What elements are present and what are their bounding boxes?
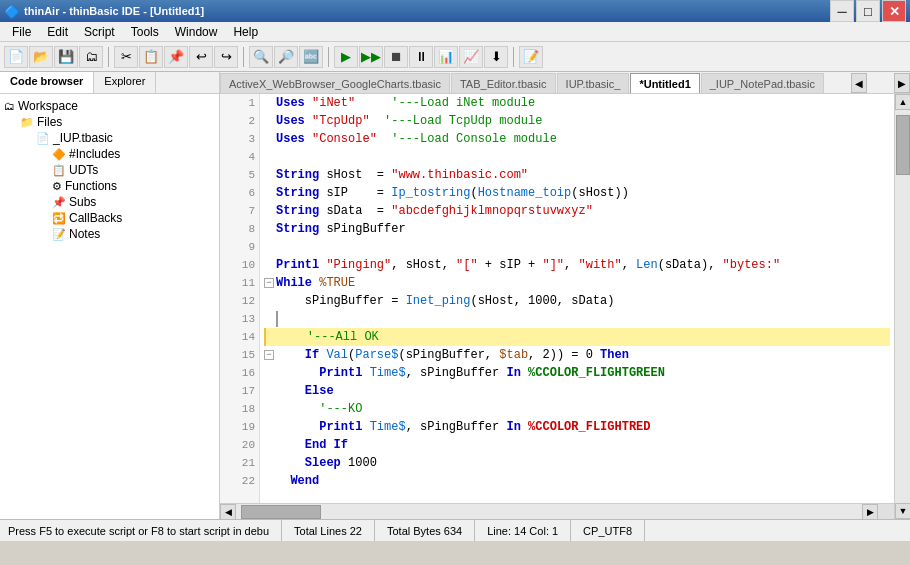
vscroll-up-button[interactable]: ▲ [895, 94, 910, 110]
linenum-14: 14 [220, 328, 259, 346]
tab-explorer[interactable]: Explorer [94, 72, 156, 93]
tab-tabeditor[interactable]: TAB_Editor.tbasic [451, 73, 556, 93]
replace-button[interactable]: 🔤 [299, 46, 323, 68]
cut-button[interactable]: ✂ [114, 46, 138, 68]
linenum-19: 19 [220, 418, 259, 436]
status-total-bytes: Total Bytes 634 [375, 520, 475, 541]
tree-subs[interactable]: 📌 Subs [4, 194, 215, 210]
tree-notes[interactable]: 📝 Notes [4, 226, 215, 242]
vscroll-track[interactable] [895, 110, 910, 503]
menu-tools[interactable]: Tools [123, 23, 167, 41]
tab-scroll-right[interactable]: ▶ [894, 73, 910, 93]
linenum-9: 9 [220, 238, 259, 256]
tree-callbacks[interactable]: 🔁 CallBacks [4, 210, 215, 226]
linenum-13: 13 [220, 310, 259, 328]
code-line-7: String sData = "abcdefghijklmnopqrstuvwx… [264, 202, 890, 220]
linenum-11: 11 [220, 274, 259, 292]
tab-iupnotepad[interactable]: _IUP_NotePad.tbasic [701, 73, 824, 93]
workspace-icon: 🗂 [4, 100, 15, 112]
pause-button[interactable]: ⏸ [409, 46, 433, 68]
separator-4 [513, 47, 514, 67]
linenum-4: 4 [220, 148, 259, 166]
saveall-button[interactable]: 🗂 [79, 46, 103, 68]
find-button[interactable]: 🔍 [249, 46, 273, 68]
callbacks-icon: 🔁 [52, 212, 66, 225]
files-icon: 📁 [20, 116, 34, 129]
tree-workspace[interactable]: 🗂 Workspace [4, 98, 215, 114]
toolbar: 📄 📂 💾 🗂 ✂ 📋 📌 ↩ ↪ 🔍 🔎 🔤 ▶ ▶▶ ⏹ ⏸ 📊 📈 ⬇ 📝 [0, 42, 910, 72]
tabs-bar: ActiveX_WebBrowser_GoogleCharts.tbasic T… [220, 72, 910, 94]
minimize-button[interactable]: ─ [830, 0, 854, 22]
undo-button[interactable]: ↩ [189, 46, 213, 68]
debug-button[interactable]: ▶▶ [359, 46, 383, 68]
vscroll-down-button[interactable]: ▼ [895, 503, 910, 519]
menu-script[interactable]: Script [76, 23, 123, 41]
code-content[interactable]: Uses "iNet" '---Load iNet module Uses "T… [260, 94, 894, 503]
status-total-lines: Total Lines 22 [282, 520, 375, 541]
copy-button[interactable]: 📋 [139, 46, 163, 68]
linenum-16: 16 [220, 364, 259, 382]
menu-help[interactable]: Help [225, 23, 266, 41]
linenum-18: 18 [220, 400, 259, 418]
save-button[interactable]: 💾 [54, 46, 78, 68]
title-bar: 🔷 thinAir - thinBasic IDE - [Untitled1] … [0, 0, 910, 22]
check2-button[interactable]: 📈 [459, 46, 483, 68]
code-line-4 [264, 148, 890, 166]
includes-label: #Includes [69, 147, 120, 161]
hscroll-right-button[interactable]: ▶ [862, 504, 878, 520]
tree-udts[interactable]: 📋 UDTs [4, 162, 215, 178]
open-button[interactable]: 📂 [29, 46, 53, 68]
vertical-scrollbar: ▲ ▼ [894, 94, 910, 519]
functions-label: Functions [65, 179, 117, 193]
status-position: Line: 14 Col: 1 [475, 520, 571, 541]
iup-label: _IUP.tbasic [53, 131, 113, 145]
code-line-22: Wend [264, 472, 890, 490]
hscroll-track[interactable] [236, 504, 862, 520]
tab-scroll-left[interactable]: ◀ [851, 73, 867, 93]
separator-3 [328, 47, 329, 67]
status-encoding: CP_UTF8 [571, 520, 645, 541]
editor-with-scrollbar: 1 2 3 4 5 6 7 8 9 10 11 12 13 14 [220, 94, 910, 519]
code-line-2: Uses "TcpUdp" '---Load TcpUdp module [264, 112, 890, 130]
tree-iup[interactable]: 📄 _IUP.tbasic [4, 130, 215, 146]
linenum-22: 22 [220, 472, 259, 490]
menu-window[interactable]: Window [167, 23, 226, 41]
code-browser-panel: Code browser Explorer 🗂 Workspace 📁 File… [0, 72, 220, 519]
vscroll-thumb[interactable] [896, 115, 910, 175]
code-editor[interactable]: 1 2 3 4 5 6 7 8 9 10 11 12 13 14 [220, 94, 894, 503]
menu-file[interactable]: File [4, 23, 39, 41]
redo-button[interactable]: ↪ [214, 46, 238, 68]
findnext-button[interactable]: 🔎 [274, 46, 298, 68]
code-line-15: − If Val(Parse$(sPingBuffer, $tab, 2)) =… [264, 346, 890, 364]
tab-iup[interactable]: IUP.tbasic_ [557, 73, 630, 93]
tree-files[interactable]: 📁 Files [4, 114, 215, 130]
hscroll-left-button[interactable]: ◀ [220, 504, 236, 520]
stop-button[interactable]: ⏹ [384, 46, 408, 68]
udts-icon: 📋 [52, 164, 66, 177]
tab-code-browser[interactable]: Code browser [0, 72, 94, 93]
code-line-9 [264, 238, 890, 256]
check-button[interactable]: 📊 [434, 46, 458, 68]
linenum-5: 5 [220, 166, 259, 184]
hscroll-thumb[interactable] [241, 505, 321, 519]
fold-button-15[interactable]: − [264, 350, 274, 360]
udts-label: UDTs [69, 163, 98, 177]
download-button[interactable]: ⬇ [484, 46, 508, 68]
paste-button[interactable]: 📌 [164, 46, 188, 68]
tab-activex[interactable]: ActiveX_WebBrowser_GoogleCharts.tbasic [220, 73, 450, 93]
code-line-20: End If [264, 436, 890, 454]
run-button[interactable]: ▶ [334, 46, 358, 68]
menu-edit[interactable]: Edit [39, 23, 76, 41]
linenum-7: 7 [220, 202, 259, 220]
notes-label: Notes [69, 227, 100, 241]
edit-tools: ✂ 📋 📌 ↩ ↪ [114, 46, 238, 68]
code-line-16: Printl Time$, sPingBuffer In %CCOLOR_FLI… [264, 364, 890, 382]
tree-includes[interactable]: 🔶 #Includes [4, 146, 215, 162]
notepad-button[interactable]: 📝 [519, 46, 543, 68]
fold-button-11[interactable]: − [264, 278, 274, 288]
tree-functions[interactable]: ⚙ Functions [4, 178, 215, 194]
tab-untitled1[interactable]: *Untitled1 [630, 73, 699, 93]
new-button[interactable]: 📄 [4, 46, 28, 68]
maximize-button[interactable]: □ [856, 0, 880, 22]
close-button[interactable]: ✕ [882, 0, 906, 22]
